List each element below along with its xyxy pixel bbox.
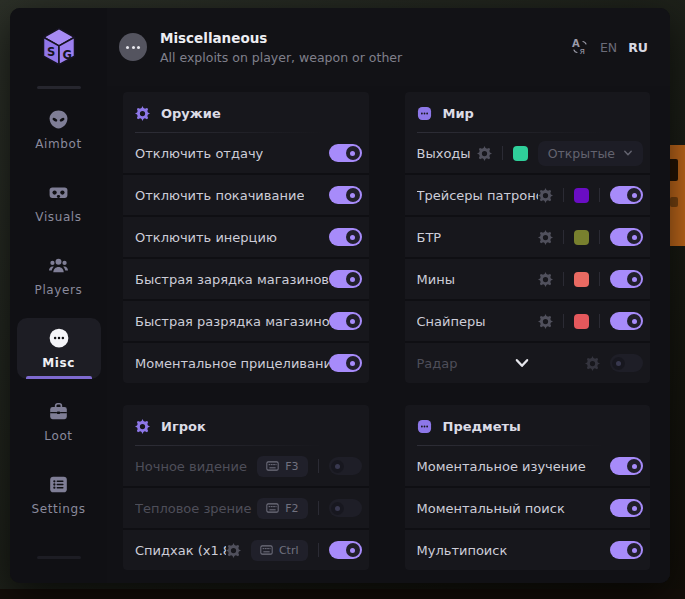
toggle-row: Отключить инерцию [123, 215, 369, 257]
sidebar-item-label: Misc [42, 356, 75, 370]
color-swatch[interactable] [574, 314, 589, 329]
active-indicator [26, 376, 92, 379]
lang-en-button[interactable]: EN [600, 40, 617, 55]
toggle-switch[interactable] [329, 499, 362, 517]
toggle-switch[interactable] [329, 312, 362, 330]
toggle-switch[interactable] [610, 312, 643, 330]
row-label: Отключить инерцию [135, 230, 277, 245]
gear-icon[interactable] [538, 272, 553, 287]
dots-square-icon [417, 106, 432, 121]
app-window: S G Aimbot Visuals Players [10, 8, 670, 583]
toggle-row: Быстрая зарядка магазинов [123, 257, 369, 299]
chevron-down-icon[interactable] [514, 355, 530, 371]
color-swatch[interactable] [513, 146, 528, 161]
row-label: Моментальное изучение [417, 459, 586, 474]
gear-icon [135, 419, 150, 434]
toggle-row: Ночное видение F3 [123, 446, 369, 486]
toggle-switch[interactable] [610, 499, 643, 517]
left-column: Оружие Отключить отдачу Отключить покачи… [123, 92, 369, 583]
sidebar-item-settings[interactable]: Settings [17, 464, 101, 525]
gear-icon[interactable] [585, 356, 600, 371]
row-label: Тепловое зрение [135, 501, 252, 516]
toggle-knob [627, 459, 641, 473]
gear-icon[interactable] [477, 146, 492, 161]
color-swatch[interactable] [574, 272, 589, 287]
row-label: Отключить отдачу [135, 146, 263, 161]
toggle-knob [346, 230, 360, 244]
row-label: Моментальный поиск [417, 501, 565, 516]
toggle-switch[interactable] [329, 144, 362, 162]
row-label: Моментальное прицеливание [135, 356, 329, 371]
dots-square-icon [417, 419, 432, 434]
gear-icon[interactable] [538, 188, 553, 203]
list-icon [49, 474, 69, 494]
toggle-knob [346, 356, 360, 370]
sidebar-item-players[interactable]: Players [17, 245, 101, 306]
content-area: Оружие Отключить отдачу Отключить покачи… [107, 86, 670, 583]
keybind-badge[interactable]: F2 [257, 498, 307, 519]
toggle-switch[interactable] [329, 186, 362, 204]
section-world: Мир Выходы Открытые [405, 92, 651, 383]
sidebar: S G Aimbot Visuals Players [10, 8, 107, 583]
toggle-row: Трейсеры патронов [405, 173, 651, 215]
toggle-switch[interactable] [329, 228, 362, 246]
toggle-knob [627, 230, 641, 244]
color-swatch[interactable] [574, 188, 589, 203]
alien-icon [49, 109, 69, 129]
divider [599, 188, 600, 202]
section-title: Оружие [161, 106, 221, 121]
toggle-switch[interactable] [610, 186, 643, 204]
toggle-switch[interactable] [610, 541, 643, 559]
toggle-row: Мины [405, 257, 651, 299]
row-label: Мины [417, 272, 455, 287]
toggle-row: Моментальный поиск [405, 486, 651, 528]
page-title: Miscellaneous [160, 30, 402, 46]
toggle-switch[interactable] [329, 270, 362, 288]
dropdown-value: Открытые [548, 146, 615, 161]
gear-icon[interactable] [226, 543, 241, 558]
row-label: Быстрая разрядка магазинов [135, 314, 329, 329]
toggle-knob [612, 357, 625, 370]
divider [563, 188, 564, 202]
sidebar-item-loot[interactable]: Loot [17, 391, 101, 452]
toggle-switch[interactable] [610, 457, 643, 475]
toggle-switch[interactable] [329, 457, 362, 475]
toggle-switch[interactable] [610, 270, 643, 288]
toggle-switch[interactable] [329, 354, 362, 372]
dropdown-row: Выходы Открытые [405, 133, 651, 173]
toggle-switch[interactable] [329, 541, 362, 559]
toggle-row: Моментальное прицеливание [123, 341, 369, 383]
divider [563, 230, 564, 244]
keyboard-icon [266, 461, 279, 471]
sidebar-divider [37, 86, 81, 89]
sidebar-item-label: Aimbot [35, 137, 82, 151]
toggle-row: Отключить покачивание [123, 173, 369, 215]
divider [599, 314, 600, 328]
toggle-knob [627, 272, 641, 286]
sidebar-bottom-divider [37, 556, 81, 559]
toggle-switch[interactable] [610, 228, 643, 246]
lang-ru-button[interactable]: RU [628, 40, 648, 55]
sidebar-item-visuals[interactable]: Visuals [17, 172, 101, 233]
exits-dropdown[interactable]: Открытые [538, 141, 643, 166]
keybind-badge[interactable]: Ctrl [251, 540, 308, 561]
gear-icon[interactable] [538, 230, 553, 245]
sidebar-item-aimbot[interactable]: Aimbot [17, 99, 101, 160]
toggle-row: БТР [405, 215, 651, 257]
color-swatch[interactable] [574, 230, 589, 245]
toggle-knob [346, 272, 360, 286]
sidebar-item-label: Visuals [35, 210, 81, 224]
players-icon [49, 255, 69, 275]
gear-icon[interactable] [538, 314, 553, 329]
toggle-switch[interactable] [610, 354, 643, 372]
toggle-row: Спидхак (x1.8) Ctrl [123, 528, 369, 570]
toggle-knob [627, 543, 641, 557]
desktop-background: S G Aimbot Visuals Players [0, 0, 685, 599]
keybind-badge[interactable]: F3 [257, 456, 307, 477]
divider [318, 501, 319, 515]
toggle-row: Моментальное изучение [405, 446, 651, 486]
row-label: Радар [417, 356, 458, 371]
sidebar-item-misc[interactable]: Misc [17, 318, 101, 379]
section-title: Игрок [161, 419, 206, 434]
section-title: Предметы [443, 419, 521, 434]
